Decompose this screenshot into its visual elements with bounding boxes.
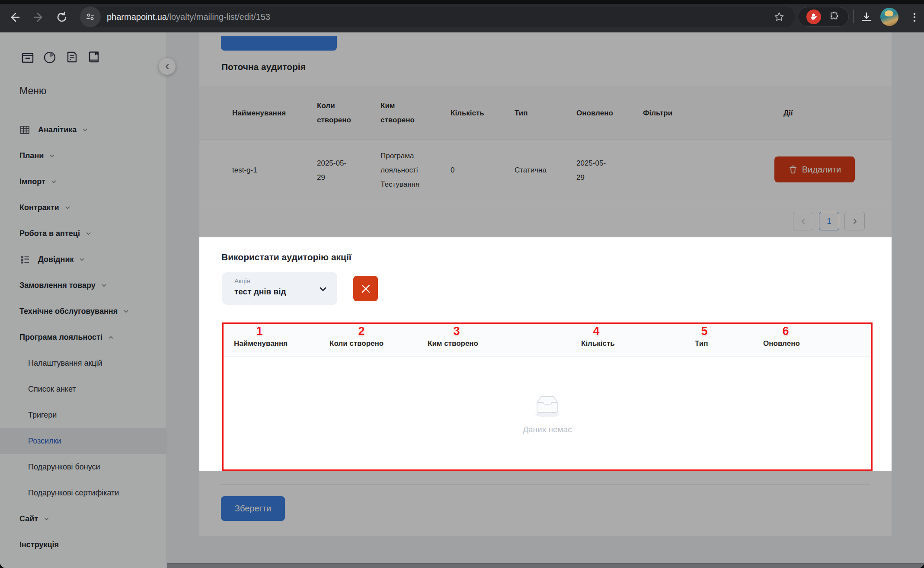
url-host: pharmapoint.ua	[107, 12, 167, 22]
annotation-number-1: 1	[256, 325, 262, 338]
annotated-audience-table: 1Найменування2Коли створено3Ким створено…	[222, 322, 873, 471]
annotation-number-6: 6	[782, 325, 789, 338]
annotation-number-4: 4	[593, 325, 599, 338]
clear-selection-button[interactable]	[353, 276, 378, 301]
hand-icon	[809, 13, 818, 21]
toolbar-separator	[853, 10, 854, 23]
kebab-menu-icon	[910, 12, 919, 23]
site-info-sliders-icon	[85, 12, 96, 22]
extensions-group	[798, 7, 849, 27]
empty-inbox-icon	[531, 392, 564, 419]
browser-toolbar: pharmapoint.ua/loyalty/mailing-list/edit…	[0, 0, 924, 32]
extensions-puzzle-button[interactable]	[829, 11, 840, 22]
browser-reload-button[interactable]	[52, 8, 71, 27]
browser-back-button[interactable]	[5, 8, 24, 27]
select-value: тест днів від	[234, 287, 286, 297]
puzzle-icon	[829, 11, 840, 22]
reload-icon	[55, 11, 68, 24]
downloads-button[interactable]	[857, 8, 876, 27]
browser-forward-button[interactable]	[29, 8, 48, 27]
empty-state-text: Даних немає	[523, 425, 572, 434]
column-header: Кількість	[581, 339, 615, 348]
annotation-number-5: 5	[701, 325, 707, 338]
app-viewport: Меню АналітикаПланиІмпортКонтрактиРобота…	[0, 32, 924, 568]
empty-state: Даних немає	[224, 357, 871, 469]
screenshot-stage: pharmapoint.ua/loyalty/mailing-list/edit…	[0, 0, 924, 568]
site-info-button[interactable]	[80, 6, 101, 27]
column-header: Оновлено	[763, 339, 800, 348]
url-text[interactable]: pharmapoint.ua/loyalty/mailing-list/edit…	[107, 12, 270, 22]
back-arrow-icon	[8, 11, 21, 24]
profile-avatar[interactable]	[880, 8, 898, 26]
address-bar[interactable]: pharmapoint.ua/loyalty/mailing-list/edit…	[80, 6, 795, 27]
use-promo-audience-panel: Використати аудиторію акції Акція тест д…	[199, 237, 892, 471]
bookmark-star-button[interactable]	[770, 7, 789, 26]
promo-select[interactable]: Акція тест днів від	[222, 272, 337, 305]
browser-menu-button[interactable]	[905, 8, 924, 27]
close-x-icon	[360, 283, 372, 295]
column-header: Коли створено	[329, 339, 384, 348]
chevron-down-icon	[318, 284, 328, 296]
url-path: /loyalty/mailing-list/edit/153	[167, 12, 270, 22]
annotation-number-2: 2	[358, 325, 364, 338]
window-top-strip	[0, 0, 924, 4]
annotation-number-3: 3	[453, 325, 460, 338]
select-label: Акція	[234, 277, 250, 284]
column-header: Ким створено	[428, 339, 478, 348]
column-header: Найменування	[234, 339, 288, 348]
download-icon	[860, 11, 873, 23]
forward-arrow-icon	[32, 11, 45, 24]
star-icon	[774, 11, 785, 22]
annotated-table-header: 1Найменування2Коли створено3Ким створено…	[224, 324, 871, 357]
modal-title: Використати аудиторію акції	[221, 252, 352, 262]
adblock-extension-button[interactable]	[806, 10, 821, 24]
column-header: Тип	[695, 339, 708, 348]
